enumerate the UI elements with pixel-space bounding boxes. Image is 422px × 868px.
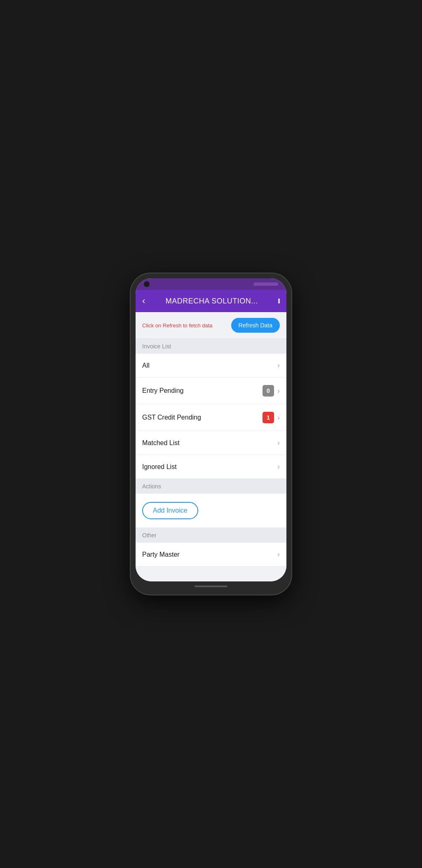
other-section-header: Other (136, 528, 286, 543)
camera (144, 281, 150, 287)
home-bar (195, 586, 227, 587)
more-menu-button[interactable] (278, 299, 280, 303)
refresh-hint-text: Click on Refresh to fetch data (142, 322, 213, 329)
invoice-list-section-header: Invoice List (136, 339, 286, 354)
chevron-icon: › (277, 462, 280, 471)
phone-screen: ‹ MADRECHA SOLUTION... Click on Refresh … (136, 278, 286, 581)
list-item-party-master-right: › (277, 550, 280, 559)
main-content: Click on Refresh to fetch data Refresh D… (136, 312, 286, 581)
chevron-icon: › (277, 387, 280, 395)
entry-pending-badge: 0 (263, 385, 274, 397)
list-item-entry-pending-right: 0 › (263, 385, 280, 397)
menu-dot-3 (278, 302, 280, 303)
list-item-all-label: All (142, 362, 150, 369)
chevron-icon: › (277, 361, 280, 370)
list-item-gst-credit-right: 1 › (263, 412, 280, 423)
back-button[interactable]: ‹ (142, 296, 145, 306)
list-item-all[interactable]: All › (136, 354, 286, 378)
add-invoice-button[interactable]: Add Invoice (142, 502, 198, 519)
list-item-matched-list[interactable]: Matched List › (136, 431, 286, 455)
app-bar: ‹ MADRECHA SOLUTION... (136, 290, 286, 312)
list-item-gst-credit-pending[interactable]: GST Credit Pending 1 › (136, 404, 286, 431)
chevron-icon: › (277, 550, 280, 559)
list-item-matched-right: › (277, 439, 280, 447)
list-item-party-master[interactable]: Party Master › (136, 543, 286, 567)
list-item-all-right: › (277, 361, 280, 370)
refresh-bar: Click on Refresh to fetch data Refresh D… (136, 312, 286, 339)
gst-credit-badge: 1 (263, 412, 274, 423)
status-icons (253, 282, 278, 286)
list-item-entry-pending[interactable]: Entry Pending 0 › (136, 378, 286, 404)
list-item-party-master-label: Party Master (142, 551, 180, 558)
chevron-icon: › (277, 439, 280, 447)
list-item-ignored-list[interactable]: Ignored List › (136, 455, 286, 479)
list-item-matched-label: Matched List (142, 439, 180, 447)
app-bar-title: MADRECHA SOLUTION... (145, 297, 278, 306)
actions-content: Add Invoice (136, 494, 286, 528)
empty-space (136, 567, 286, 581)
list-item-ignored-label: Ignored List (142, 463, 177, 471)
list-item-gst-credit-label: GST Credit Pending (142, 414, 201, 421)
chevron-icon: › (277, 413, 280, 422)
list-item-entry-pending-label: Entry Pending (142, 387, 184, 394)
phone-frame: ‹ MADRECHA SOLUTION... Click on Refresh … (131, 273, 291, 595)
refresh-data-button[interactable]: Refresh Data (231, 318, 280, 333)
status-bar (136, 278, 286, 290)
phone-bottom-bar (136, 581, 286, 590)
list-item-ignored-right: › (277, 462, 280, 471)
actions-section-header: Actions (136, 479, 286, 494)
